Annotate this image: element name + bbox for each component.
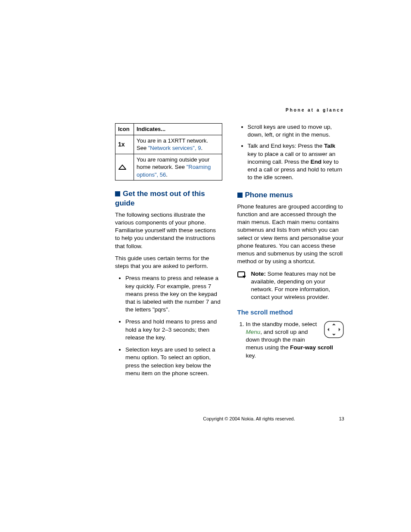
page-number: 13 <box>331 416 344 421</box>
list-item: Press and hold means to press and hold a… <box>125 318 222 342</box>
left-column: Icon Indicates... 1x You are in a 1XRTT … <box>115 123 222 382</box>
copyright-text: Copyright © 2004 Nokia. All rights reser… <box>167 416 331 421</box>
text: . <box>166 171 168 178</box>
heading-text: Get the most out of this guide <box>115 190 205 207</box>
list-item: In the standby mode, select Menu, and sc… <box>246 320 345 360</box>
running-header: Phone at a glance <box>115 108 344 112</box>
menu-label: Menu <box>246 329 261 335</box>
ordered-list: In the standby mode, select Menu, and sc… <box>237 320 345 360</box>
note-text: Note: Some features may not be available… <box>251 270 345 302</box>
square-bullet-icon <box>237 193 243 198</box>
note-label: Note: <box>251 271 266 277</box>
heading-scroll-method: The scroll method <box>237 308 345 317</box>
paragraph: This guide uses certain terms for the st… <box>115 255 222 270</box>
cell-text: You are roaming outside your home networ… <box>134 154 222 180</box>
table-row: 1x You are in a 1XRTT network. See "Netw… <box>115 135 222 154</box>
heading-phone-menus: Phone menus <box>237 190 345 199</box>
note-block: Note: Some features may not be available… <box>237 270 345 302</box>
text: In the standby mode, select <box>246 321 317 327</box>
1x-network-icon: 1x <box>115 135 134 154</box>
bold-talk: Talk <box>324 143 335 149</box>
heading-get-most: Get the most out of this guide <box>115 189 222 208</box>
icon-table: Icon Indicates... 1x You are in a 1XRTT … <box>115 123 222 180</box>
bold-key: Four-way scroll <box>290 344 333 351</box>
header-icon: Icon <box>115 124 134 135</box>
note-icon <box>237 271 247 279</box>
bullet-list: Scroll keys are used to move up, down, l… <box>237 123 345 182</box>
table-header-row: Icon Indicates... <box>115 124 222 135</box>
list-item: Scroll keys are used to move up, down, l… <box>248 123 345 139</box>
right-column: Scroll keys are used to move up, down, l… <box>237 123 345 382</box>
page-footer: Copyright © 2004 Nokia. All rights reser… <box>115 416 344 421</box>
cell-text: You are in a 1XRTT network. See "Network… <box>134 135 222 154</box>
header-indicates: Indicates... <box>134 124 222 135</box>
link-network-services[interactable]: "Network services", 9 <box>148 145 201 151</box>
bold-end: End <box>311 159 322 165</box>
table-row: You are roaming outside your home networ… <box>115 154 222 180</box>
text: key. <box>246 352 256 359</box>
text: . <box>201 145 202 151</box>
four-way-scroll-icon <box>324 320 344 339</box>
list-item: Selection keys are used to select a menu… <box>125 346 222 377</box>
paragraph: Phone features are grouped according to … <box>237 203 345 266</box>
roaming-icon <box>115 154 134 180</box>
bullet-list: Press means to press and release a key q… <box>115 274 222 377</box>
paragraph: The following sections illustrate the va… <box>115 211 222 250</box>
square-bullet-icon <box>115 191 120 196</box>
heading-text: Phone menus <box>245 191 293 199</box>
svg-text:1x: 1x <box>118 141 125 147</box>
list-item: Press means to press and release a key q… <box>125 274 222 314</box>
text: Talk and End keys: Press the <box>248 143 324 149</box>
list-item: Talk and End keys: Press the Talk key to… <box>248 142 345 181</box>
